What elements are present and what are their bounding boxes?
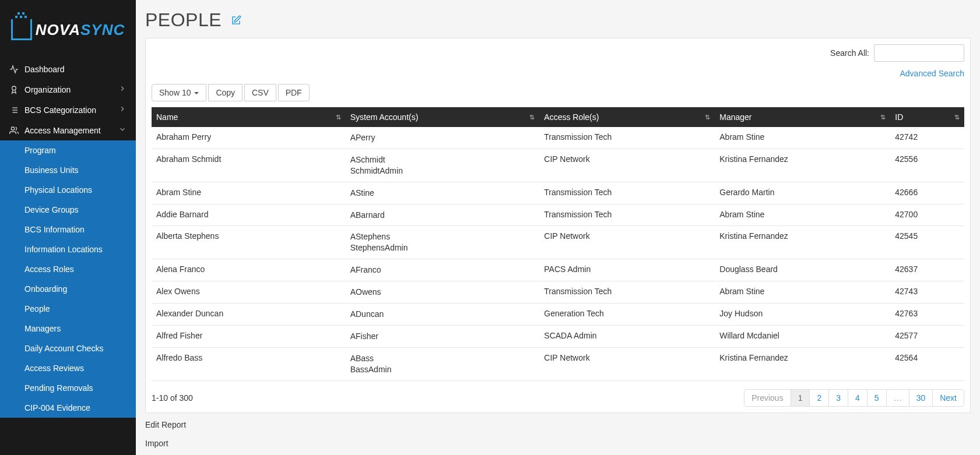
table-header-row: Name⇅System Account(s)⇅Access Role(s)⇅Ma…	[152, 107, 964, 127]
column-label: System Account(s)	[350, 112, 419, 122]
table-row[interactable]: Abraham SchmidtASchmidtSchmidtAdminCIP N…	[152, 149, 964, 182]
page-ellipsis: …	[886, 389, 909, 407]
column-label: Name	[156, 112, 178, 122]
cell-id: 42700	[890, 204, 964, 226]
cell-accounts: AStine	[346, 182, 540, 204]
show-count-button[interactable]: Show 10	[152, 84, 206, 101]
search-input[interactable]	[874, 44, 964, 62]
account-value: AFranco	[350, 264, 535, 276]
column-header-name[interactable]: Name⇅	[152, 107, 346, 127]
cell-roles: SCADA Admin	[539, 325, 715, 347]
cell-id: 42577	[890, 325, 964, 347]
cell-id: 42564	[890, 347, 964, 380]
page-1[interactable]: 1	[791, 389, 810, 407]
page-next[interactable]: Next	[932, 389, 964, 407]
column-header-access-role-s-[interactable]: Access Role(s)⇅	[539, 107, 715, 127]
sort-icon: ⇅	[336, 114, 341, 121]
subnav-item-program[interactable]: Program	[0, 140, 136, 160]
cell-name: Alena Franco	[152, 259, 346, 281]
chevron-down-icon	[194, 92, 199, 94]
table-row[interactable]: Abraham PerryAPerryTransmission TechAbra…	[152, 127, 964, 149]
csv-button[interactable]: CSV	[244, 84, 276, 101]
copy-button[interactable]: Copy	[208, 84, 243, 101]
cell-name: Abraham Schmidt	[152, 149, 346, 182]
account-value: AStephens	[350, 231, 535, 242]
table-row[interactable]: Abram StineAStineTransmission TechGerard…	[152, 182, 964, 204]
table-row[interactable]: Alfred FisherAFisherSCADA AdminWillard M…	[152, 325, 964, 347]
toolbar: Show 10 Copy CSV PDF	[152, 84, 964, 101]
main: PEOPLE Search All: Advanced Search Show …	[136, 0, 980, 455]
subnav-item-access-reviews[interactable]: Access Reviews	[0, 358, 136, 378]
cell-accounts: ABarnard	[346, 204, 540, 226]
activity-icon	[9, 65, 19, 74]
column-label: Manager	[719, 112, 751, 122]
subnav-item-managers[interactable]: Managers	[0, 319, 136, 338]
cell-id: 42666	[890, 182, 964, 204]
nav-item-bcs-categorization[interactable]: BCS Categorization	[0, 100, 136, 120]
logo-icon	[11, 19, 32, 40]
subnav-item-information-locations[interactable]: Information Locations	[0, 239, 136, 259]
page-30[interactable]: 30	[909, 389, 933, 407]
table-row[interactable]: Alexander DuncanADuncanGeneration TechJo…	[152, 304, 964, 326]
column-header-manager[interactable]: Manager⇅	[715, 107, 890, 127]
cell-roles: Transmission Tech	[539, 204, 715, 226]
subnav-item-daily-account-checks[interactable]: Daily Account Checks	[0, 338, 136, 358]
table-row[interactable]: Alberta StephensAStephensStephensAdminCI…	[152, 226, 964, 259]
nav-item-organization[interactable]: Organization	[0, 79, 136, 100]
svg-point-7	[11, 127, 14, 130]
table-footer: 1-10 of 300 Previous12345…30Next	[152, 389, 964, 407]
edit-icon[interactable]	[231, 15, 241, 26]
cell-manager: Kristina Fernandez	[715, 149, 890, 182]
table-row[interactable]: Alena FrancoAFrancoPACS AdminDouglass Be…	[152, 259, 964, 281]
account-value: ABarnard	[350, 210, 535, 221]
subnav-item-cip-004-evidence[interactable]: CIP-004 Evidence	[0, 398, 136, 418]
subnav-item-pending-removals[interactable]: Pending Removals	[0, 378, 136, 398]
svg-point-0	[12, 86, 16, 90]
page-previous: Previous	[744, 389, 791, 407]
cell-roles: CIP Network	[539, 226, 715, 259]
cell-id: 42637	[890, 259, 964, 281]
cell-manager: Kristina Fernandez	[715, 347, 890, 380]
advanced-search-link[interactable]: Advanced Search	[900, 69, 964, 78]
toolbar-buttons: Show 10 Copy CSV PDF	[152, 84, 310, 101]
cell-id: 42763	[890, 304, 964, 326]
cell-id: 42556	[890, 149, 964, 182]
cell-manager: Willard Mcdaniel	[715, 325, 890, 347]
subnav-item-physical-locations[interactable]: Physical Locations	[0, 180, 136, 200]
cell-roles: Transmission Tech	[539, 182, 715, 204]
sidebar: NOVASYNC DashboardOrganizationBCS Catego…	[0, 0, 136, 455]
cell-accounts: AFisher	[346, 325, 540, 347]
subnav-item-people[interactable]: People	[0, 299, 136, 319]
cell-roles: CIP Network	[539, 347, 715, 380]
table-row[interactable]: Alex OwensAOwensTransmission TechAbram S…	[152, 281, 964, 304]
logo: NOVASYNC	[0, 0, 136, 59]
subnav-item-access-roles[interactable]: Access Roles	[0, 259, 136, 279]
page-3[interactable]: 3	[828, 389, 848, 407]
sort-icon: ⇅	[880, 114, 886, 121]
cell-accounts: APerry	[346, 127, 540, 149]
page-2[interactable]: 2	[809, 389, 829, 407]
page-4[interactable]: 4	[848, 389, 867, 407]
page-5[interactable]: 5	[867, 389, 887, 407]
column-label: ID	[895, 112, 903, 122]
cell-manager: Douglass Beard	[715, 259, 890, 281]
table-row[interactable]: Addie BarnardABarnardTransmission TechAb…	[152, 204, 964, 226]
subnav-item-bcs-information[interactable]: BCS Information	[0, 220, 136, 239]
account-value: StephensAdmin	[350, 242, 535, 253]
account-value: ASchmidt	[350, 154, 535, 165]
subnav-item-onboarding[interactable]: Onboarding	[0, 279, 136, 299]
nav-item-dashboard[interactable]: Dashboard	[0, 59, 136, 79]
subnav-item-business-units[interactable]: Business Units	[0, 160, 136, 180]
import-link[interactable]: Import	[145, 439, 971, 448]
column-header-system-account-s-[interactable]: System Account(s)⇅	[346, 107, 540, 127]
cell-accounts: ADuncan	[346, 304, 540, 326]
pdf-button[interactable]: PDF	[278, 84, 310, 101]
subnav-item-device-groups[interactable]: Device Groups	[0, 200, 136, 220]
nav: DashboardOrganizationBCS CategorizationA…	[0, 59, 136, 418]
cell-name: Addie Barnard	[152, 204, 346, 226]
column-header-id[interactable]: ID⇅	[890, 107, 964, 127]
edit-report-link[interactable]: Edit Report	[145, 420, 971, 429]
nav-item-access-management[interactable]: Access Management	[0, 120, 136, 140]
table-row[interactable]: Alfredo BassABassBassAdminCIP NetworkKri…	[152, 347, 964, 380]
below-links: Edit Report Import	[145, 420, 971, 448]
